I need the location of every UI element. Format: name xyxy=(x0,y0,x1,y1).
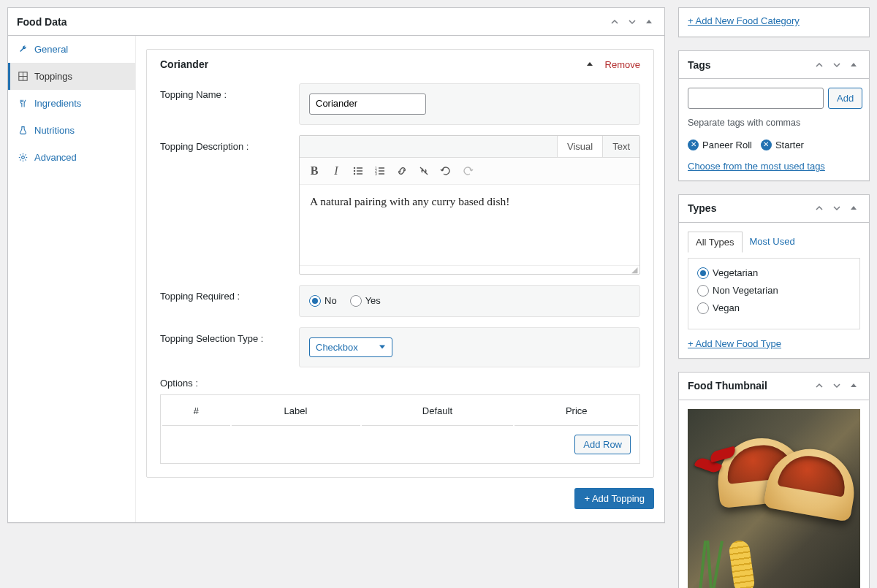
svg-point-3 xyxy=(22,156,25,159)
unlink-icon[interactable] xyxy=(414,161,434,181)
types-title: Types xyxy=(688,202,716,214)
remove-topping-link[interactable]: Remove xyxy=(605,59,640,70)
types-panel: Types All Types Most Used Vegetarian Non… xyxy=(678,194,870,359)
tag-item: ✕ Paneer Roll xyxy=(688,140,752,150)
type-option-vegetarian[interactable]: Vegetarian xyxy=(697,267,851,279)
types-tab-most-used[interactable]: Most Used xyxy=(743,232,802,253)
svg-text:3: 3 xyxy=(375,172,377,176)
topping-name-input[interactable] xyxy=(309,93,426,115)
radio-required-yes[interactable]: Yes xyxy=(350,295,381,307)
col-default: Default xyxy=(362,397,514,426)
fork-icon xyxy=(18,99,29,108)
tab-ingredients[interactable]: Ingredients xyxy=(8,90,135,117)
col-hash: # xyxy=(162,397,230,426)
resize-grip-icon[interactable]: ◢ xyxy=(300,265,639,274)
food-data-title: Food Data xyxy=(17,16,67,28)
panel-move-up-icon[interactable] xyxy=(812,380,827,392)
tags-panel: Tags Add Separate tags with commas ✕ Pan… xyxy=(678,50,870,181)
side-tabs: General Toppings Ingredients Nutritions xyxy=(8,36,136,522)
italic-icon[interactable]: I xyxy=(326,161,346,181)
panel-move-down-icon[interactable] xyxy=(829,202,844,214)
food-data-panel: Food Data General Toppings xyxy=(7,7,665,523)
svg-point-6 xyxy=(354,173,355,175)
gear-icon xyxy=(18,153,29,162)
grid-icon xyxy=(18,72,29,81)
remove-tag-icon[interactable]: ✕ xyxy=(688,140,699,150)
topping-description-label: Topping Description : xyxy=(160,135,289,152)
bold-icon[interactable]: B xyxy=(304,161,324,181)
tab-label: Advanced xyxy=(34,152,77,163)
type-option-vegan[interactable]: Vegan xyxy=(697,302,851,314)
tags-hint: Separate tags with commas xyxy=(688,118,860,128)
tab-label: Toppings xyxy=(34,71,72,82)
tab-label: General xyxy=(34,44,68,55)
selection-type-select[interactable]: Checkbox xyxy=(309,337,392,357)
beaker-icon xyxy=(18,126,29,135)
tag-label: Starter xyxy=(775,140,804,150)
panel-move-down-icon[interactable] xyxy=(829,59,844,71)
link-icon[interactable] xyxy=(392,161,412,181)
tab-label: Nutritions xyxy=(34,125,75,136)
topping-required-label: Topping Required : xyxy=(160,285,289,302)
types-tab-all[interactable]: All Types xyxy=(688,232,743,253)
col-label: Label xyxy=(232,397,360,426)
tab-general[interactable]: General xyxy=(8,36,135,63)
tab-label: Ingredients xyxy=(34,98,81,109)
editor-tab-text[interactable]: Text xyxy=(602,136,639,157)
svg-point-5 xyxy=(354,170,355,172)
col-price: Price xyxy=(515,397,638,426)
tag-label: Paneer Roll xyxy=(702,140,752,150)
panel-collapse-icon[interactable] xyxy=(847,59,860,71)
remove-tag-icon[interactable]: ✕ xyxy=(761,140,772,150)
panel-move-up-icon[interactable] xyxy=(812,202,827,214)
add-tag-button[interactable]: Add xyxy=(828,88,862,109)
add-row-button[interactable]: Add Row xyxy=(574,435,631,454)
thumbnail-title: Food Thumbnail xyxy=(688,380,767,392)
wrench-icon xyxy=(18,45,29,54)
choose-tags-link[interactable]: Choose from the most used tags xyxy=(688,161,825,172)
panel-collapse-icon[interactable] xyxy=(642,16,656,28)
bullet-list-icon[interactable] xyxy=(348,161,368,181)
panel-move-down-icon[interactable] xyxy=(625,16,639,28)
selection-type-label: Topping Selection Type : xyxy=(160,327,289,344)
numbered-list-icon[interactable]: 123 xyxy=(370,161,390,181)
options-label: Options : xyxy=(160,378,640,389)
panel-collapse-icon[interactable] xyxy=(847,202,860,214)
food-thumbnail-image[interactable] xyxy=(688,409,860,588)
tag-item: ✕ Starter xyxy=(761,140,804,150)
topping-title: Coriander xyxy=(160,58,208,70)
tags-title: Tags xyxy=(688,59,711,71)
tab-toppings[interactable]: Toppings xyxy=(8,63,135,90)
topping-name-label: Topping Name : xyxy=(160,83,289,100)
editor-tab-visual[interactable]: Visual xyxy=(557,136,602,157)
add-food-type-link[interactable]: + Add New Food Type xyxy=(688,338,781,349)
collapse-topping-icon[interactable] xyxy=(583,59,596,69)
panel-move-down-icon[interactable] xyxy=(829,380,844,392)
svg-point-4 xyxy=(354,167,355,169)
options-table: # Label Default Price Add Row xyxy=(160,394,640,464)
radio-required-no[interactable]: No xyxy=(309,295,337,307)
tags-input[interactable] xyxy=(688,88,824,109)
add-category-panel: + Add New Food Category xyxy=(678,7,870,37)
tab-nutritions[interactable]: Nutritions xyxy=(8,117,135,144)
add-topping-button[interactable]: + Add Topping xyxy=(574,488,654,509)
panel-collapse-icon[interactable] xyxy=(847,380,860,392)
tab-advanced[interactable]: Advanced xyxy=(8,144,135,171)
add-food-category-link[interactable]: + Add New Food Category xyxy=(688,15,800,26)
topping-item: Coriander Remove Topping Name : xyxy=(146,49,654,478)
description-editor: Visual Text B I 123 xyxy=(299,135,640,275)
panel-move-up-icon[interactable] xyxy=(607,16,622,28)
thumbnail-panel: Food Thumbnail xyxy=(678,372,870,588)
type-option-non-vegetarian[interactable]: Non Vegetarian xyxy=(697,285,851,297)
description-content[interactable]: A natural pairing with any curry based d… xyxy=(300,185,639,265)
undo-icon[interactable] xyxy=(436,161,456,181)
redo-icon[interactable] xyxy=(458,161,478,181)
panel-move-up-icon[interactable] xyxy=(812,59,827,71)
